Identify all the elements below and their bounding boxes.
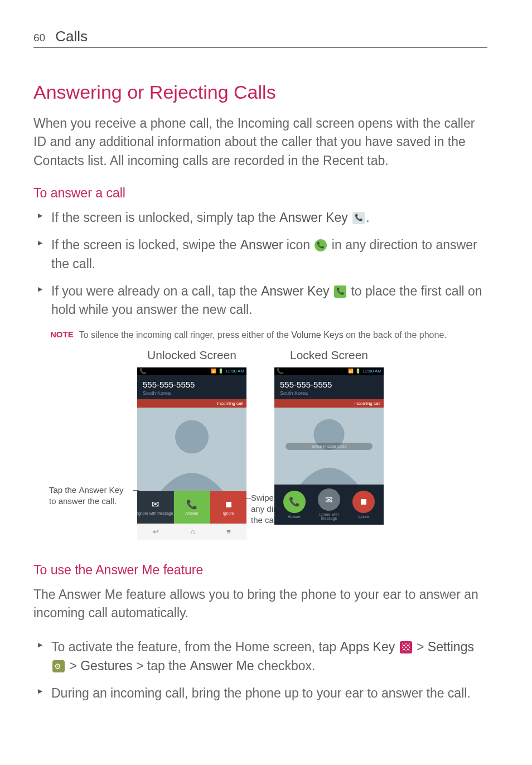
status-bar: 📞 📶 🔋 12:00 AM (137, 367, 246, 375)
page-number: 60 (33, 32, 45, 44)
bullet-list-answer: If the screen is unlocked, simply tap th… (33, 209, 487, 319)
locked-button-row: 📞 Answer ✉ Ignore with message ⏹ Ignore (274, 485, 384, 525)
note-text: To silence the incoming call ringer, pre… (79, 328, 447, 342)
avatar: Swipe in outer circle (274, 408, 384, 485)
ignore-with-message-swipe-button[interactable]: ✉ Ignore with message (314, 488, 344, 520)
ignore-with-message-button[interactable]: ✉ Ignore with message (137, 491, 174, 524)
answer-swipe-button[interactable]: 📞 Answer (283, 491, 306, 519)
unlocked-phone: 📞 📶 🔋 12:00 AM 555-555-5555 South Korea … (137, 367, 246, 540)
apps-key-icon (400, 641, 412, 653)
answer-swipe-icon (315, 239, 327, 251)
message-icon: ✉ (325, 495, 332, 505)
caller-number: 555-555-5555 (143, 380, 241, 389)
answer-me-intro: The Answer Me feature allows you to brin… (33, 585, 487, 623)
hangup-icon: ⏹ (359, 497, 368, 507)
recent-icon[interactable]: ≡ (226, 527, 231, 536)
status-time: 12:00 AM (225, 369, 244, 374)
locked-title: Locked Screen (290, 348, 368, 362)
phone-icon: 📞 (289, 496, 300, 507)
answer-button[interactable]: 📞 Answer (174, 491, 211, 524)
hangup-icon: ⏹ (224, 500, 233, 510)
callout-line (133, 490, 139, 491)
phone-status-icon: 📞 (139, 368, 146, 374)
locked-screen-col: Locked Screen 📞 📶 🔋 12:00 AM 555-555-555… (274, 348, 384, 540)
caller-number: 555-555-5555 (280, 380, 378, 389)
answer-key-icon (352, 212, 365, 224)
button-row: ✉ Ignore with message 📞 Answer ⏹ Ignore (137, 491, 246, 524)
status-bar: 📞 📶 🔋 12:00 AM (274, 367, 384, 375)
swipe-hint: Swipe in outer circle (286, 443, 373, 450)
bullet-list-answer-me: To activate the feature, from the Home s… (33, 638, 487, 703)
caption-unlocked: Tap the Answer Key to answer the call. (49, 485, 133, 507)
nav-bar: ↩ ⌂ ≡ (137, 524, 246, 540)
signal-icon: 📶 (211, 369, 216, 374)
caller-block: 555-555-5555 South Korea (137, 375, 246, 399)
page-title: Answering or Rejecting Calls (33, 81, 487, 103)
callout-line (243, 498, 251, 498)
section-title: Calls (55, 28, 88, 45)
caller-block: 555-555-5555 South Korea (274, 375, 384, 399)
avatar (137, 408, 246, 491)
svg-point-0 (175, 420, 209, 453)
subhead-answer-me: To use the Answer Me feature (33, 563, 487, 578)
battery-icon: 🔋 (355, 369, 361, 374)
bullet-item: If you were already on a call, tap the A… (51, 282, 487, 319)
caller-location: South Korea (280, 390, 378, 396)
screenshots-row: Unlocked Screen 📞 📶 🔋 12:00 AM 555-555-5… (33, 348, 487, 540)
incoming-banner: Incoming call (137, 399, 246, 408)
ignore-button[interactable]: ⏹ Ignore (210, 491, 246, 524)
battery-icon: 🔋 (218, 369, 224, 374)
intro-paragraph: When you receive a phone call, the Incom… (33, 114, 487, 170)
bullet-item: To activate the feature, from the Home s… (51, 638, 487, 675)
bullet-item: During an incoming call, bring the phone… (51, 684, 487, 703)
locked-phone: 📞 📶 🔋 12:00 AM 555-555-5555 South Korea … (274, 367, 384, 525)
note-block: NOTE To silence the incoming call ringer… (33, 328, 487, 342)
bullet-item: If the screen is locked, swipe the Answe… (51, 236, 487, 273)
subhead-answer-call: To answer a call (33, 186, 487, 201)
unlocked-title: Unlocked Screen (147, 348, 236, 362)
message-icon: ✉ (152, 499, 159, 510)
phone-icon: 📞 (186, 499, 197, 510)
bullet-item: If the screen is unlocked, simply tap th… (51, 209, 487, 227)
status-time: 12:00 AM (362, 369, 381, 374)
back-icon[interactable]: ↩ (153, 527, 159, 536)
answer-key-icon (334, 285, 346, 298)
phone-status-icon: 📞 (277, 368, 283, 374)
unlocked-screen-col: Unlocked Screen 📞 📶 🔋 12:00 AM 555-555-5… (137, 348, 246, 540)
note-label: NOTE (50, 328, 74, 342)
settings-icon (52, 660, 65, 672)
ignore-swipe-button[interactable]: ⏹ Ignore (352, 491, 375, 519)
page-header: 60 Calls (33, 28, 487, 48)
caller-location: South Korea (143, 390, 241, 396)
home-icon[interactable]: ⌂ (191, 527, 195, 536)
signal-icon: 📶 (348, 369, 354, 374)
incoming-banner: Incoming call (274, 399, 384, 408)
